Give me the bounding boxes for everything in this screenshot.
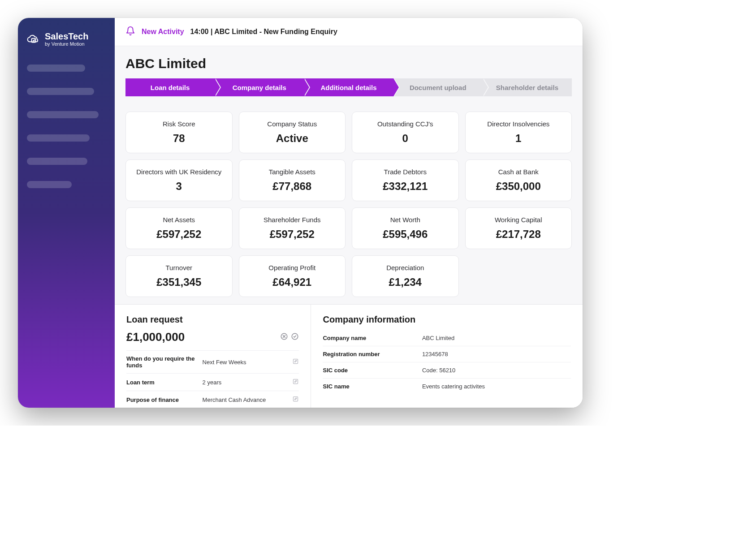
notification-label: New Activity: [142, 28, 184, 36]
step-loan-details[interactable]: Loan details: [125, 78, 215, 96]
metric-label: Operating Profit: [245, 264, 340, 271]
metric-value: 0: [358, 132, 453, 145]
metric-label: Outstanding CCJ's: [358, 120, 453, 128]
notification-text: 14:00 | ABC Limited - New Funding Enquir…: [190, 28, 337, 36]
metric-value: £595,496: [358, 228, 453, 241]
metric-card: Working Capital£217,728: [465, 207, 572, 249]
metric-card: Turnover£351,345: [125, 255, 233, 297]
company-info-panel: Company information Company nameABC Limi…: [311, 305, 583, 408]
metric-value: £1,234: [358, 276, 453, 289]
metric-value: £64,921: [245, 276, 340, 289]
company-info-row: Company nameABC Limited: [323, 330, 571, 346]
loan-request-row: When do you require the fundsNext Few We…: [126, 350, 299, 373]
metric-value: Active: [245, 132, 340, 145]
main-content: New Activity 14:00 | ABC Limited - New F…: [115, 18, 583, 408]
approve-icon[interactable]: [291, 332, 299, 342]
sidebar-item[interactable]: [27, 181, 72, 188]
app-frame: SalesTech by Venture Motion New Activity…: [18, 18, 583, 408]
metric-label: Shareholder Funds: [245, 216, 340, 224]
loan-request-row: Loan term2 years: [126, 373, 299, 391]
metric-label: Turnover: [131, 264, 227, 271]
metric-card: Operating Profit£64,921: [239, 255, 346, 297]
metrics-grid: Risk Score78Company StatusActiveOutstand…: [115, 104, 583, 304]
metric-card: Director Insolvencies1: [465, 112, 572, 153]
edit-icon[interactable]: [292, 396, 299, 404]
ci-row-value: Code: 56210: [422, 367, 571, 374]
notification-bar[interactable]: New Activity 14:00 | ABC Limited - New F…: [115, 18, 583, 46]
step-company-details[interactable]: Company details: [215, 78, 304, 96]
metric-card: Net Worth£595,496: [352, 207, 459, 249]
metric-value: £597,252: [131, 228, 227, 241]
loan-amount: £1,000,000: [126, 330, 185, 344]
metric-label: Trade Debtors: [358, 168, 453, 176]
metric-label: Tangible Assets: [245, 168, 340, 176]
loan-request-panel: Loan request £1,000,000 When do you requ…: [115, 305, 311, 408]
loan-row-value: Merchant Cash Advance: [203, 396, 293, 403]
company-info-row: SIC nameEvents catering activites: [323, 379, 571, 394]
metric-card: Company StatusActive: [239, 112, 346, 153]
metric-label: Director Insolvencies: [471, 120, 566, 128]
page-header: ABC Limited: [115, 46, 583, 78]
edit-icon[interactable]: [292, 378, 299, 386]
metric-card: Cash at Bank£350,000: [465, 159, 572, 201]
svg-rect-3: [294, 359, 298, 364]
metric-label: Depreciation: [358, 264, 453, 271]
ci-row-label: SIC name: [323, 383, 422, 390]
metric-card: Net Assets£597,252: [125, 207, 233, 249]
loan-row-label: When do you require the funds: [126, 355, 203, 369]
brand-logo[interactable]: SalesTech by Venture Motion: [27, 31, 106, 47]
metric-label: Net Worth: [358, 216, 453, 224]
bell-icon: [125, 26, 135, 38]
sidebar: SalesTech by Venture Motion: [18, 18, 115, 408]
edit-icon[interactable]: [292, 358, 299, 366]
ci-row-label: Company name: [323, 335, 422, 341]
metric-value: £217,728: [471, 228, 566, 241]
metric-label: Cash at Bank: [471, 168, 566, 176]
loan-row-label: Loan term: [126, 379, 203, 386]
progress-steps: Loan detailsCompany detailsAdditional de…: [125, 78, 572, 104]
bottom-panels: Loan request £1,000,000 When do you requ…: [115, 304, 583, 408]
svg-rect-4: [294, 379, 298, 384]
metric-card: Tangible Assets£77,868: [239, 159, 346, 201]
ci-row-label: SIC code: [323, 367, 422, 374]
metric-card: Shareholder Funds£597,252: [239, 207, 346, 249]
step-document-upload[interactable]: Document upload: [393, 78, 483, 96]
loan-request-row: Purpose of financeMerchant Cash Advance: [126, 391, 299, 408]
brand-tagline: by Venture Motion: [45, 41, 88, 47]
page-title: ABC Limited: [125, 56, 572, 71]
sidebar-item[interactable]: [27, 111, 99, 118]
sidebar-item[interactable]: [27, 158, 87, 165]
ci-row-value: ABC Limited: [422, 335, 571, 341]
metric-value: 3: [131, 180, 227, 193]
metric-card: Trade Debtors£332,121: [352, 159, 459, 201]
sidebar-item[interactable]: [27, 88, 94, 95]
step-shareholder-details[interactable]: Shareholder details: [483, 78, 572, 96]
metric-value: £332,121: [358, 180, 453, 193]
metric-card: Risk Score78: [125, 112, 233, 153]
metric-card: Depreciation£1,234: [352, 255, 459, 297]
metric-label: Working Capital: [471, 216, 566, 224]
loan-row-value: Next Few Weeks: [203, 359, 293, 366]
brand-name: SalesTech: [45, 31, 88, 41]
reject-icon[interactable]: [280, 332, 288, 342]
metric-value: 78: [131, 132, 227, 145]
sidebar-item[interactable]: [27, 134, 90, 142]
step-additional-details[interactable]: Additional details: [304, 78, 393, 96]
ci-row-value: 12345678: [422, 351, 571, 357]
metric-label: Directors with UK Residency: [131, 168, 227, 176]
cloud-check-icon: [27, 32, 40, 46]
metric-value: £351,345: [131, 276, 227, 289]
metric-value: £77,868: [245, 180, 340, 193]
company-info-row: SIC codeCode: 56210: [323, 362, 571, 379]
metric-value: £350,000: [471, 180, 566, 193]
ci-row-value: Events catering activites: [422, 383, 571, 390]
loan-row-value: 2 years: [203, 379, 293, 386]
ci-row-label: Registration number: [323, 351, 422, 357]
svg-rect-5: [294, 397, 298, 401]
metric-card: Outstanding CCJ's0: [352, 112, 459, 153]
loan-row-label: Purpose of finance: [126, 396, 203, 403]
metric-label: Company Status: [245, 120, 340, 128]
sidebar-nav: [27, 65, 106, 188]
sidebar-item[interactable]: [27, 65, 85, 72]
loan-request-title: Loan request: [126, 314, 299, 325]
